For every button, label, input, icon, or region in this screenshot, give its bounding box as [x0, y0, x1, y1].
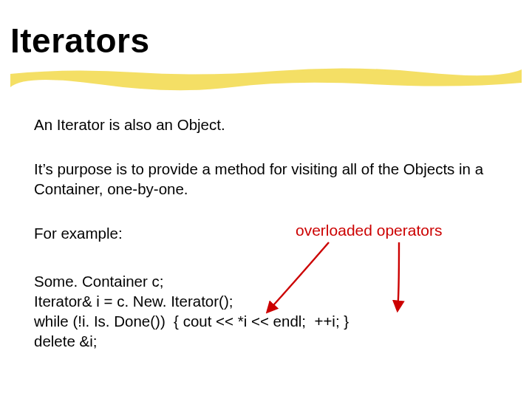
paragraph-purpose: It’s purpose is to provide a method for … [34, 159, 492, 199]
code-line-2: Iterator& i = c. New. Iterator(); [34, 293, 233, 310]
title-underline [10, 65, 522, 92]
annotation-overloaded-operators: overloaded operators [296, 222, 442, 239]
code-line-4: delete &i; [34, 332, 97, 349]
paragraph-example-label: For example: [34, 223, 123, 243]
code-line-1: Some. Container c; [34, 273, 163, 290]
code-line-3: while (!i. Is. Done()) { cout << *i << e… [34, 313, 349, 330]
slide-title: Iterators [10, 21, 150, 61]
paragraph-intro: An Iterator is also an Object. [34, 115, 225, 134]
code-example: Some. Container c; Iterator& i = c. New.… [34, 271, 349, 351]
